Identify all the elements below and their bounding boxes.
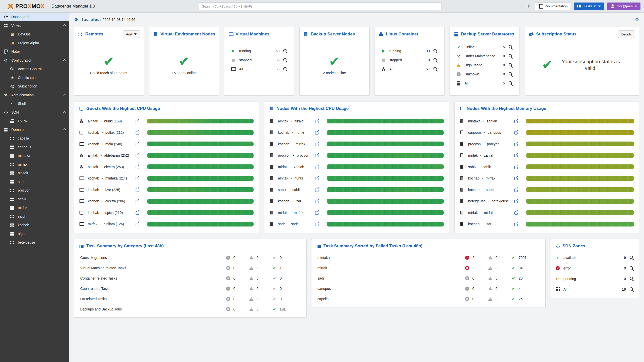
external-link-icon[interactable] bbox=[514, 142, 518, 146]
search-magnifier-icon[interactable] bbox=[508, 81, 513, 85]
sidebar-item[interactable]: Notes bbox=[0, 47, 69, 56]
sidebar-item[interactable]: Shell bbox=[0, 99, 69, 108]
search-magnifier-icon[interactable] bbox=[508, 54, 513, 58]
sidebar-item[interactable]: canopus bbox=[0, 143, 69, 152]
external-link-icon[interactable] bbox=[135, 188, 140, 192]
subscription-details-button[interactable]: Details bbox=[618, 30, 635, 38]
sidebar-item[interactable]: SDN bbox=[0, 108, 69, 117]
sidebar-item-label: sabik bbox=[18, 197, 26, 201]
external-link-icon[interactable] bbox=[315, 176, 319, 180]
sdn-zone-row: available 19 bbox=[555, 252, 634, 263]
documentation-button[interactable]: Documentation bbox=[535, 3, 571, 10]
sidebar-item[interactable]: Certificates bbox=[0, 73, 69, 82]
search-magnifier-icon[interactable] bbox=[433, 58, 438, 62]
search-magnifier-icon[interactable] bbox=[283, 49, 288, 53]
search-input[interactable] bbox=[199, 3, 442, 10]
search-magnifier-icon[interactable] bbox=[433, 49, 438, 53]
external-link-icon[interactable] bbox=[135, 142, 140, 146]
external-link-icon[interactable] bbox=[514, 130, 518, 135]
error-circle-icon bbox=[226, 266, 230, 270]
external-link-icon[interactable] bbox=[514, 188, 518, 192]
external-link-icon[interactable] bbox=[315, 188, 319, 192]
caret-down-icon bbox=[598, 6, 601, 7]
tasks-button[interactable]: Tasks: 0 bbox=[574, 3, 604, 10]
sidebar-item[interactable]: alnitak bbox=[0, 169, 69, 177]
external-link-icon[interactable] bbox=[135, 176, 140, 180]
gearicon-icon bbox=[4, 58, 8, 63]
search-magnifier-icon[interactable] bbox=[629, 287, 634, 292]
usage-sparkline-bar bbox=[327, 153, 444, 158]
external-link-icon[interactable] bbox=[514, 199, 518, 203]
external-link-icon[interactable] bbox=[135, 210, 140, 215]
sidebar-item-label: Notes bbox=[11, 50, 21, 54]
card-title: Virtual Machines bbox=[235, 32, 269, 37]
monitor-icon bbox=[79, 210, 84, 215]
search-magnifier-icon[interactable] bbox=[508, 45, 513, 49]
external-link-icon[interactable] bbox=[514, 176, 518, 180]
search-magnifier-icon[interactable] bbox=[629, 255, 634, 260]
search-magnifier-icon[interactable] bbox=[433, 67, 438, 71]
sidebar-item[interactable]: mirfak bbox=[0, 160, 69, 169]
sidebar-item[interactable]: procyon bbox=[0, 186, 69, 195]
warning-triangle-icon bbox=[488, 266, 493, 270]
external-link-icon[interactable] bbox=[315, 130, 319, 135]
sidebar-item[interactable]: kochab bbox=[0, 221, 69, 230]
external-link-icon[interactable] bbox=[315, 222, 319, 226]
sidebar-item[interactable]: Views bbox=[0, 21, 69, 30]
search-magnifier-icon[interactable] bbox=[508, 63, 513, 67]
external-link-icon[interactable] bbox=[135, 222, 140, 226]
sidebar-item[interactable]: algol bbox=[0, 230, 69, 238]
external-link-icon[interactable] bbox=[315, 142, 319, 146]
external-link-icon[interactable] bbox=[315, 210, 319, 215]
external-link-icon[interactable] bbox=[315, 199, 319, 203]
add-remote-button[interactable]: Add bbox=[123, 30, 140, 38]
external-link-icon[interactable] bbox=[514, 119, 518, 123]
search-magnifier-icon[interactable] bbox=[629, 266, 634, 270]
sidebar-item[interactable]: mintaka bbox=[0, 151, 69, 160]
check-icon bbox=[272, 307, 277, 311]
check-icon: ✔ bbox=[542, 58, 553, 71]
sidebar-item[interactable]: sabik bbox=[0, 195, 69, 204]
search-magnifier-icon[interactable] bbox=[629, 277, 634, 281]
external-link-icon[interactable] bbox=[135, 165, 140, 169]
building-icon bbox=[269, 222, 274, 226]
sidebar-item[interactable]: sadr bbox=[0, 177, 69, 186]
sidebar-item[interactable]: Subscription bbox=[0, 82, 69, 91]
usage-panels-row: Guests With the Highest CPU Usage alnita… bbox=[74, 102, 639, 233]
external-link-icon[interactable] bbox=[315, 119, 319, 123]
sidebar-item[interactable]: Project-Alpha bbox=[0, 39, 69, 48]
separator: - bbox=[100, 119, 102, 123]
search-magnifier-icon[interactable] bbox=[283, 58, 288, 62]
user-menu-button[interactable]: root@pam bbox=[607, 3, 640, 10]
external-link-icon[interactable] bbox=[514, 222, 518, 226]
external-link-icon[interactable] bbox=[135, 199, 140, 203]
sidebar-item[interactable]: Administration bbox=[0, 91, 69, 100]
search-magnifier-icon[interactable] bbox=[508, 72, 513, 76]
sidebar-item[interactable]: betelgeuse bbox=[0, 238, 69, 247]
sidebar-item[interactable]: mirfak bbox=[0, 203, 69, 212]
dashboard-settings-gear-icon[interactable] bbox=[635, 17, 639, 22]
refresh-icon[interactable] bbox=[74, 17, 78, 22]
sidebar-item[interactable]: Remotes bbox=[0, 125, 69, 134]
sidebar-item[interactable]: Access Control bbox=[0, 65, 69, 73]
external-link-icon[interactable] bbox=[514, 153, 518, 158]
sidebar-item[interactable]: capella bbox=[0, 134, 69, 143]
external-link-icon[interactable] bbox=[135, 119, 140, 123]
external-link-icon[interactable] bbox=[514, 165, 518, 169]
external-link-icon[interactable] bbox=[135, 153, 140, 158]
usage-label: kochab-mirfak bbox=[468, 176, 512, 180]
external-link-icon[interactable] bbox=[135, 130, 140, 135]
search-magnifier-icon[interactable] bbox=[283, 67, 288, 71]
note-icon bbox=[4, 49, 8, 54]
external-link-icon[interactable] bbox=[315, 153, 319, 158]
external-link-icon[interactable] bbox=[514, 210, 518, 215]
sidebar-item[interactable]: Configuration bbox=[0, 56, 69, 65]
sidebar-item[interactable]: DevOps bbox=[0, 30, 69, 39]
sidebar-item[interactable]: saiph bbox=[0, 212, 69, 221]
asterisk-icon[interactable] bbox=[526, 4, 531, 9]
sidebar-item[interactable]: EVPN bbox=[0, 117, 69, 125]
stat-row: High usage 0 bbox=[454, 61, 515, 70]
external-link-icon[interactable] bbox=[315, 165, 319, 169]
sidebar-item[interactable]: Dashboard bbox=[0, 13, 69, 21]
subscription-card: Subscription Status Details ✔ Your subsc… bbox=[525, 27, 639, 96]
